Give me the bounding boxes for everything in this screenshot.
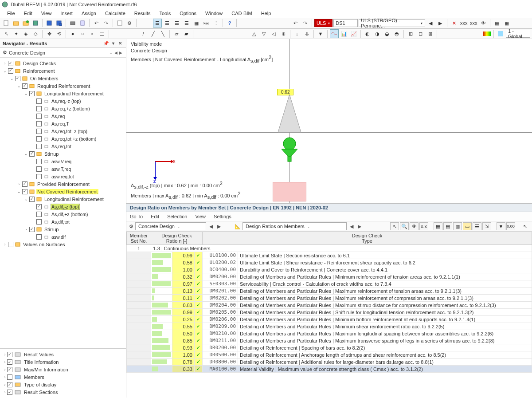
table-row[interactable]: 0.93✓DR0200.00Detailing of Reinforcement… [127,344,532,351]
table4-icon[interactable]: ☰ [182,19,191,28]
table-row[interactable]: 0.99✓DM0205.00Detailing of Members and P… [127,309,532,316]
filter2-icon[interactable]: ▼ [497,222,505,230]
table1-icon[interactable]: ☰ [153,19,162,28]
graph3-icon[interactable]: 📈 [349,29,358,38]
checkbox[interactable] [7,367,12,372]
next2-icon[interactable]: ▶ [356,224,363,229]
member-icon[interactable]: ╱ [149,29,157,38]
menu-cad-bim[interactable]: CAD-BIM [227,10,256,17]
checkbox[interactable] [7,390,12,395]
node-icon[interactable]: ● [68,29,77,38]
results-menu-view[interactable]: View [195,213,206,220]
checkbox[interactable] [36,114,42,119]
table-row[interactable]: 0.33✓MA0100.00Material Validity | Maximu… [127,366,532,373]
label-icon[interactable]: xxx [459,19,468,28]
prev2-icon[interactable]: ◀ [348,224,355,229]
redo-icon[interactable]: ↷ [102,19,110,28]
more-icon[interactable]: ⋮ [211,19,220,28]
tree-item[interactable]: ⌄Reinforcement [0,67,126,75]
tree-item[interactable]: As,dif,+z (bottom) [0,210,126,218]
checkbox[interactable] [29,151,35,157]
release-icon[interactable]: ⊕ [279,29,288,38]
collapse-icon[interactable]: ⌄ [24,197,28,201]
results-grid[interactable]: Member Set No. Design Check Ratio η [-] … [126,232,532,398]
find-icon[interactable]: 🔍 [400,222,409,230]
checkbox[interactable] [22,83,27,89]
col-member-set[interactable]: Member Set No. [127,232,151,245]
snap2-icon[interactable]: ◈ [21,29,30,38]
misc7-icon[interactable]: ⊠ [426,29,434,38]
highlight-icon[interactable]: ▭ [463,222,472,230]
table-row[interactable]: 0.99✓UL0100.00Ultimate Limit State | Sec… [127,252,532,259]
misc3-icon[interactable]: ◒ [383,29,391,38]
load-icon[interactable]: ↓ [293,29,301,38]
close-icon[interactable]: ✕ [117,40,123,47]
display-option[interactable]: ›Members [0,373,126,381]
display-option[interactable]: ›Title Information [0,358,126,366]
combo-uls[interactable]: ULS▼ [314,19,332,27]
table-view2-icon[interactable]: ▤ [443,222,452,230]
results-menu-edit[interactable]: Edit [151,213,159,220]
tree-item[interactable]: As,req,tot [0,142,126,150]
checkbox[interactable] [7,359,12,365]
tree-item[interactable]: asw,dif [0,233,126,240]
table-row[interactable]: 0.85✓DM0211.00Detailing of Members and P… [127,337,532,344]
table-view3-icon[interactable]: ▥ [453,222,462,230]
group-row[interactable]: 11-3 | Continuous Members [127,245,532,252]
table3-icon[interactable]: ☰ [172,19,181,28]
tree-item[interactable]: ›Provided Reinforcement [0,180,126,188]
checkbox[interactable] [7,382,12,387]
misc4-icon[interactable]: ◓ [392,29,401,38]
cursor-icon[interactable]: ↖ [2,29,11,38]
prev-view-icon[interactable]: ↶ [291,19,300,28]
new-file-icon[interactable] [2,19,11,28]
tree-item[interactable]: ⌄On Members [0,75,126,82]
tree-item[interactable]: As,dif,tot [0,218,126,225]
node2-icon[interactable]: ○ [78,29,87,38]
misc2-icon[interactable]: ◑ [373,29,382,38]
chevron-right-icon[interactable]: ▶ [119,51,122,55]
checkbox[interactable] [15,76,20,81]
display-option[interactable]: ›Type of display [0,381,126,388]
checkbox[interactable] [36,144,42,149]
navigator-selector[interactable]: ⚙ Concrete Design ⌄ ◀ ▶ [0,48,126,58]
table-row[interactable]: 0.50✓DM0210.00Detailing of Members and P… [127,330,532,337]
tree-item[interactable]: As,req [0,112,126,120]
script-sc-icon[interactable]: >sc [202,19,211,28]
checkbox[interactable] [36,234,42,240]
pin-icon[interactable]: 📌 [103,40,109,47]
expand-icon[interactable]: › [3,61,7,66]
collapse-icon[interactable]: ⌄ [3,69,7,73]
misc5-icon[interactable]: ⊞ [406,29,415,38]
tree-item[interactable]: ›Design Checks [0,59,126,67]
checkbox[interactable] [36,159,42,164]
columns-icon[interactable]: ☰ [473,222,481,230]
misc6-icon[interactable]: ⊟ [416,29,425,38]
load2-icon[interactable]: ⇊ [302,29,311,38]
checkbox[interactable] [8,68,13,74]
collapse-icon[interactable]: ⌄ [24,152,28,156]
table-row[interactable]: 0.97✓SE0303.00Serviceability | Crack con… [127,280,532,288]
tree-item[interactable]: ›Stirrup [0,225,126,233]
next-icon[interactable]: ▶ [216,224,222,229]
snap-icon[interactable]: ✦ [12,29,20,38]
chevron-down-icon[interactable]: ⌄ [109,51,113,55]
checkbox[interactable] [36,166,42,172]
combo-case[interactable]: ULS (STR/GEO) - Permane...▼ [359,19,425,27]
chevron-left-icon[interactable]: ◀ [114,51,117,55]
line-icon[interactable]: / [139,29,148,38]
support-icon[interactable]: △ [250,29,258,38]
table-row[interactable]: 1.00✓DC0400.00Durability and Cover to Re… [127,266,532,273]
eye-icon[interactable]: 👁 [479,19,488,28]
snap3-icon[interactable]: ◇ [31,29,40,38]
tree-item[interactable]: ⌄Longitudinal Reinforcement [0,195,126,203]
results-menu-go-to[interactable]: Go To [130,213,143,220]
table-row[interactable]: 0.83✓DM0204.00Detailing of Members and P… [127,302,532,309]
node3-icon[interactable]: ▫ [88,29,97,38]
checkbox[interactable] [36,212,42,217]
menu-calculate[interactable]: Calculate [101,10,130,17]
labels-icon[interactable]: x.x [419,222,428,230]
menu-help[interactable]: Help [257,10,276,17]
display-option[interactable]: ›Result Values [0,351,126,358]
support3-icon[interactable]: ◁ [269,29,278,38]
